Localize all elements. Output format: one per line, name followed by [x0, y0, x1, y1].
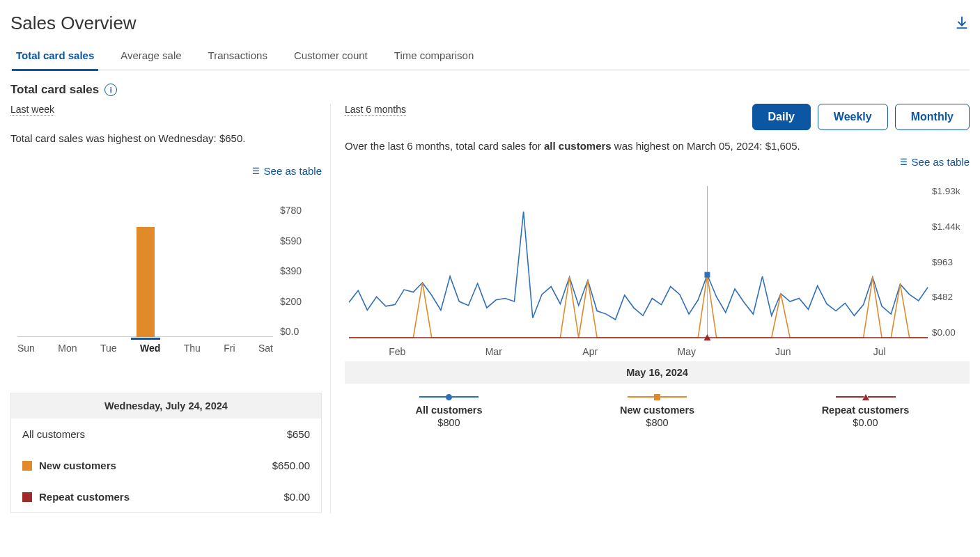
line-ylabel: $1.93k [932, 186, 970, 196]
tab-customer-count[interactable]: Customer count [291, 42, 371, 70]
bar-xlabel: Thu [184, 343, 201, 358]
six-month-line-chart: $1.93k$1.44k$963$482$0.00 FebMarAprMayJu… [345, 178, 970, 359]
line-ylabel: $482 [932, 292, 970, 302]
legend-item[interactable]: Repeat customers$0.00 [761, 392, 970, 428]
bar-xlabel: Sat [258, 343, 273, 358]
line-xlabel: Apr [542, 346, 639, 357]
detail-row: Repeat customers$0.00 [11, 481, 321, 512]
left-period-selector[interactable]: Last week [10, 104, 54, 116]
detail-value: $650.00 [272, 460, 310, 471]
legend-value: $800 [345, 417, 553, 428]
line-xlabel: May [639, 346, 736, 357]
left-see-as-table-link[interactable]: ☰ See as table [10, 165, 322, 177]
swatch-icon [22, 461, 32, 471]
bar-highlight [131, 338, 160, 340]
bar-xlabel: Wed [140, 343, 160, 358]
bar-ylabel: $200 [280, 296, 322, 307]
detail-value: $650 [287, 428, 310, 440]
bar-xlabel: Mon [58, 343, 77, 358]
legend-value: $800 [553, 417, 761, 428]
tab-transactions[interactable]: Transactions [205, 42, 270, 70]
bar-xlabel: Sun [17, 343, 35, 358]
right-period-selector[interactable]: Last 6 months [345, 104, 406, 116]
right-see-as-table-link[interactable]: ☰ See as table [345, 156, 970, 168]
line-xlabel: Mar [446, 346, 543, 357]
line-ylabel: $1.44k [932, 221, 970, 232]
bar-ylabel: $780 [280, 205, 322, 216]
toggle-daily[interactable]: Daily [752, 104, 811, 130]
toggle-weekly[interactable]: Weekly [818, 104, 888, 130]
toggle-monthly[interactable]: Monthly [895, 104, 970, 130]
line-xlabel: Feb [349, 346, 446, 357]
see-as-table-label: See as table [912, 156, 970, 168]
bar-ylabel: $0.0 [280, 326, 322, 337]
right-summary-text: Over the last 6 months, total card sales… [345, 140, 970, 152]
detail-row: New customers$650.00 [11, 450, 321, 481]
detail-row: All customers$650 [11, 418, 321, 450]
tabs: Total card salesAverage saleTransactions… [10, 42, 970, 70]
info-icon[interactable]: i [104, 84, 117, 96]
chart-legend: All customers$800New customers$800Repeat… [345, 392, 970, 428]
legend-name: Repeat customers [761, 405, 970, 416]
bar-ylabel: $390 [280, 265, 322, 276]
line-xlabel: Jun [735, 346, 832, 357]
bar-xlabel: Tue [100, 343, 117, 358]
list-icon: ☰ [252, 166, 260, 176]
legend-item[interactable]: All customers$800 [345, 392, 553, 428]
line-ylabel: $963 [932, 257, 970, 267]
tab-time-comparison[interactable]: Time comparison [391, 42, 476, 70]
detail-label: New customers [39, 460, 116, 471]
weekly-bar-chart: $780$590$390$200$0.0 SunMonTueWedThuFriS… [10, 205, 322, 358]
detail-value: $0.00 [283, 491, 310, 503]
see-as-table-label: See as table [264, 165, 322, 177]
line-xlabel: Jul [832, 346, 928, 357]
summary-bold: all customers [544, 140, 612, 152]
bar-ylabel: $590 [280, 235, 322, 246]
legend-item[interactable]: New customers$800 [553, 392, 761, 428]
legend-name: New customers [553, 405, 761, 416]
svg-rect-2 [704, 272, 710, 278]
download-icon[interactable] [954, 15, 970, 32]
line-ylabel: $0.00 [932, 327, 970, 338]
detail-label: Repeat customers [39, 491, 130, 503]
hover-date-banner: May 16, 2024 [345, 361, 970, 384]
tab-total-card-sales[interactable]: Total card sales [13, 42, 97, 70]
day-detail-card: Wednesday, July 24, 2024 All customers$6… [10, 393, 322, 513]
bar-wed[interactable] [137, 227, 155, 337]
list-icon: ☰ [900, 157, 908, 167]
swatch-icon [22, 492, 32, 502]
summary-suffix: was highest on March 05, 2024: $1,605. [612, 140, 800, 152]
detail-label: All customers [22, 428, 85, 440]
left-summary-text: Total card sales was highest on Wednesda… [10, 132, 322, 144]
legend-value: $0.00 [761, 417, 970, 428]
bar-xlabel: Fri [224, 343, 235, 358]
section-heading: Total card sales [10, 83, 99, 97]
page-title: Sales Overview [10, 13, 137, 34]
detail-date-heading: Wednesday, July 24, 2024 [11, 393, 321, 418]
tab-average-sale[interactable]: Average sale [118, 42, 184, 70]
legend-name: All customers [345, 405, 553, 416]
summary-prefix: Over the last 6 months, total card sales… [345, 140, 544, 152]
granularity-toggle: DailyWeeklyMonthly [752, 104, 970, 130]
